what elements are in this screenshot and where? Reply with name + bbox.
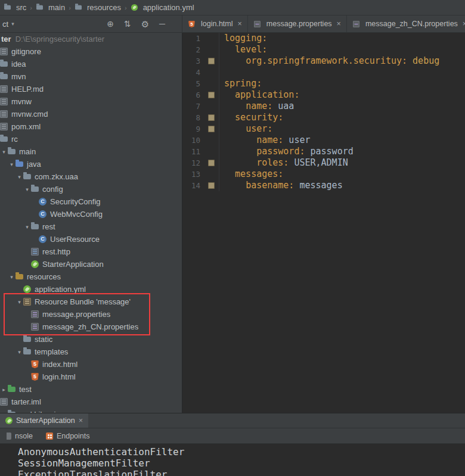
tree-item-userresource[interactable]: UserResource [0, 233, 182, 245]
gear-icon[interactable] [141, 20, 149, 29]
code-editor[interactable]: 1logging: 2 level: 3 org.springframework… [182, 33, 465, 413]
tree-item-webmvcconfig[interactable]: WebMvcConfig [0, 208, 182, 220]
tree-item-securityconfig[interactable]: SecurityConfig [0, 195, 182, 208]
tree-item-application-yml[interactable]: application.yml [0, 283, 182, 295]
class-icon [39, 235, 46, 243]
line-number: 13 [182, 169, 204, 180]
collapse-all-icon[interactable] [124, 20, 131, 28]
spring-config-gutter-icon[interactable] [208, 126, 215, 132]
file-icon [0, 98, 8, 105]
breadcrumb-item-src[interactable]: src [4, 3, 26, 12]
console-line: SessionManagementFilter [18, 458, 465, 469]
tree-item-gitignore[interactable]: gitignore [0, 45, 182, 58]
run-tab-starterapplication[interactable]: StarterApplication × [0, 413, 88, 428]
tree-item-main[interactable]: main [0, 145, 182, 158]
chevron-right-icon [69, 4, 71, 11]
tree-item-static[interactable]: static [0, 333, 182, 346]
tree-item-label: login.html [42, 372, 76, 381]
editor-tab-message-zh-cn-properties[interactable]: message_zh_CN.properties × [347, 15, 465, 32]
breadcrumb-item-resources[interactable]: resources [75, 3, 121, 12]
yaml-value: USER,ADMIN [289, 157, 348, 168]
tree-item-resource-bundle-message[interactable]: Resource Bundle 'message' [0, 295, 182, 308]
tree-item-pom-xml[interactable]: pom.xml [0, 120, 182, 133]
chevron-down-icon[interactable] [16, 299, 23, 305]
breadcrumb-label: main [48, 3, 65, 12]
tree-item-mvn[interactable]: mvn [0, 70, 182, 83]
class-icon [39, 210, 46, 218]
spring-config-gutter-icon[interactable] [208, 182, 215, 189]
yaml-key: level: [235, 44, 267, 55]
tree-item-label: application.yml [35, 285, 86, 294]
close-icon[interactable]: × [463, 20, 465, 28]
breadcrumb-item-main[interactable]: main [36, 3, 65, 12]
chevron-down-icon[interactable] [16, 174, 23, 180]
class-icon [39, 198, 46, 206]
breadcrumb-item-application-yml[interactable]: application.yml [131, 3, 194, 12]
tree-item-src[interactable]: rc [0, 133, 182, 145]
line-number: 10 [182, 135, 204, 146]
tree-item-starterapplication[interactable]: StarterApplication [0, 258, 182, 270]
view-tab-endpoints[interactable]: Endpoints [39, 428, 97, 443]
tree-item-rest[interactable]: rest [0, 220, 182, 233]
tree-item-label: UserResource [50, 235, 100, 244]
tree-item-label: tarter.iml [11, 397, 41, 406]
chevron-down-icon[interactable] [23, 186, 31, 192]
line-number: 2 [182, 44, 204, 55]
spring-config-gutter-icon[interactable] [208, 160, 215, 166]
tree-item-resources[interactable]: resources [0, 270, 182, 283]
console-output[interactable]: AnonymousAuthenticationFilter SessionMan… [0, 444, 465, 476]
editor-tab-login-html[interactable]: login.html × [182, 15, 248, 32]
tree-item-root[interactable]: terD:\E\springsecurity\starter [0, 33, 182, 45]
chevron-down-icon[interactable] [16, 349, 23, 355]
chevron-down-icon[interactable] [11, 21, 14, 27]
spring-config-gutter-icon[interactable] [208, 114, 215, 121]
tree-item-message-properties[interactable]: message.properties [0, 308, 182, 321]
tree-item-templates[interactable]: templates [0, 346, 182, 358]
chevron-down-icon[interactable] [8, 274, 16, 280]
yaml-key: application: [235, 89, 299, 100]
tree-item-help-md[interactable]: HELP.md [0, 83, 182, 95]
breadcrumb-label: application.yml [143, 3, 194, 12]
yaml-key: spring: [224, 78, 262, 89]
chevron-down-icon[interactable] [0, 149, 8, 155]
hide-panel-icon[interactable] [159, 20, 165, 28]
tree-item-mvnw[interactable]: mvnw [0, 95, 182, 108]
view-tab-console[interactable]: nsole [0, 428, 39, 443]
tree-item-label: rest [42, 222, 55, 231]
tree-item-test[interactable]: test [0, 383, 182, 396]
file-icon [0, 85, 8, 93]
project-panel-title[interactable]: ct [2, 20, 8, 29]
chevron-down-icon[interactable] [8, 161, 16, 167]
tree-item-config[interactable]: config [0, 183, 182, 195]
tree-root-name: ter [1, 35, 11, 43]
breadcrumb: src main resources application.yml [0, 0, 465, 15]
tree-item-message-zh-cn-properties[interactable]: message_zh_CN.properties [0, 321, 182, 333]
spring-config-gutter-icon[interactable] [208, 58, 215, 64]
close-icon[interactable]: × [238, 20, 242, 28]
code-line: 8 security: [182, 112, 465, 123]
close-icon[interactable]: × [79, 416, 83, 425]
tree-item-java[interactable]: java [0, 158, 182, 170]
close-icon[interactable]: × [337, 20, 341, 28]
yaml-key: name: [246, 101, 272, 111]
tree-item-label: rc [11, 135, 18, 144]
resource-bundle-icon [23, 298, 31, 306]
chevron-down-icon[interactable] [23, 224, 31, 230]
tree-item-rest-http[interactable]: rest.http [0, 245, 182, 258]
locate-file-icon[interactable] [107, 20, 114, 28]
run-view-tabs: nsole Endpoints [0, 428, 465, 444]
tree-item-external-libraries[interactable]: rnal Libraries [0, 408, 182, 413]
tree-item-label: java [27, 160, 41, 169]
tree-item-login-html[interactable]: login.html [0, 371, 182, 383]
tree-item-starter-iml[interactable]: tarter.iml [0, 396, 182, 408]
tree-item-index-html[interactable]: index.html [0, 358, 182, 371]
properties-file-icon [31, 310, 39, 318]
tree-item-idea[interactable]: idea [0, 58, 182, 70]
tree-item-mvnw-cmd[interactable]: mvnw.cmd [0, 108, 182, 120]
editor-tab-message-properties[interactable]: message.properties × [248, 15, 347, 32]
spring-config-gutter-icon[interactable] [208, 92, 215, 98]
chevron-right-icon[interactable] [0, 387, 8, 393]
resources-folder-icon [16, 274, 23, 279]
tree-item-com-zkx-uaa[interactable]: com.zkx.uaa [0, 170, 182, 183]
tree-item-label: index.html [42, 360, 78, 369]
